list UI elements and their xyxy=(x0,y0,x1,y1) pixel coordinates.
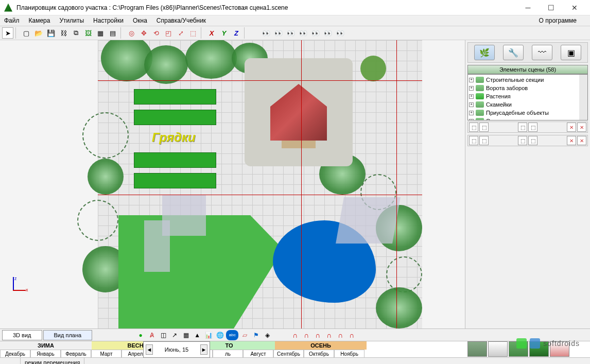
maximize-button[interactable]: ☐ xyxy=(540,1,563,15)
garden-bed[interactable] xyxy=(134,152,216,168)
month[interactable]: Октябрь xyxy=(304,350,334,358)
icon-chart[interactable]: 📊 xyxy=(203,330,214,340)
mini-btn[interactable]: ✕ xyxy=(577,136,586,145)
tool-binoc5[interactable]: 👀 xyxy=(310,27,321,39)
tab-3dview[interactable]: 3D вид xyxy=(2,330,42,340)
tree[interactable] xyxy=(376,287,422,328)
house[interactable] xyxy=(245,58,353,166)
icon-box[interactable]: ▱ xyxy=(239,330,250,340)
canvas-scene[interactable]: Грядки xyxy=(98,40,422,328)
magnet-icon[interactable]: ∩ xyxy=(313,330,323,340)
icon-globe[interactable]: 🌐 xyxy=(215,330,225,340)
month[interactable]: Ноябрь xyxy=(334,350,365,358)
tool-new[interactable]: ▢ xyxy=(21,27,32,39)
tab-curve[interactable]: 〰 xyxy=(532,45,552,60)
path-area[interactable] xyxy=(336,197,401,244)
minimize-button[interactable]: ─ xyxy=(516,1,540,15)
tree[interactable] xyxy=(144,45,188,84)
scene-tree[interactable]: +Строительные секции +Ворота заборов +Ра… xyxy=(467,74,588,120)
tree-item[interactable]: +Столы xyxy=(469,117,586,120)
garden-bed[interactable] xyxy=(134,89,216,105)
icon-grid[interactable]: ▦ xyxy=(181,330,191,340)
tool-move[interactable]: ✥ xyxy=(138,27,149,39)
path-area[interactable] xyxy=(144,220,170,272)
month[interactable]: Август xyxy=(243,350,273,358)
menu-help[interactable]: Справка/Учебник xyxy=(157,17,206,24)
month[interactable]: Декабрь xyxy=(0,350,30,358)
tool-scale[interactable]: ◰ xyxy=(163,27,174,39)
tool-rotate[interactable]: ⟲ xyxy=(150,27,162,39)
close-button[interactable]: ✕ xyxy=(563,1,586,15)
menu-about[interactable]: О программе xyxy=(539,17,577,24)
axis-z-button[interactable]: Z xyxy=(231,27,242,39)
scrollbar[interactable] xyxy=(579,75,587,120)
mini-btn[interactable]: ⬚ xyxy=(528,123,537,132)
date-control[interactable]: ◄ Июнь, 15 ► xyxy=(143,341,210,358)
tree[interactable] xyxy=(88,159,124,195)
season-winter[interactable]: ЗИМА xyxy=(0,341,92,350)
tab-planview[interactable]: Вид плана xyxy=(43,330,93,340)
season-autumn[interactable]: ОСЕНЬ xyxy=(275,341,367,350)
tab-box[interactable]: ▣ xyxy=(561,45,581,60)
thumb[interactable] xyxy=(467,341,487,357)
guide-horizontal[interactable] xyxy=(98,80,422,81)
month[interactable]: Февраль xyxy=(61,350,91,358)
guide-vertical[interactable] xyxy=(396,40,397,328)
tree-item[interactable]: +Скамейки xyxy=(469,100,586,109)
tool-binoc7[interactable]: 👀 xyxy=(335,27,346,39)
tool-image[interactable]: 🖼 xyxy=(82,27,94,39)
tool-binoc3[interactable]: 👀 xyxy=(285,27,297,39)
tool-paint[interactable]: ⬚ xyxy=(187,27,199,39)
icon-square[interactable]: ◫ xyxy=(158,330,168,340)
icon-tag[interactable]: ◈ xyxy=(262,330,272,340)
icon-tree[interactable]: ▲ xyxy=(192,330,202,340)
tool-pointer[interactable]: ➤ xyxy=(2,27,13,39)
magnet-icon[interactable]: ∩ xyxy=(290,330,300,340)
tool-binoc2[interactable]: 👀 xyxy=(273,27,284,39)
tool-save[interactable]: 💾 xyxy=(45,27,57,39)
mini-btn[interactable]: ⬚ xyxy=(469,123,478,132)
tree[interactable] xyxy=(360,56,386,81)
tree-item[interactable]: +Растения xyxy=(469,92,586,100)
tree-item[interactable]: +Строительные секции xyxy=(469,76,586,84)
tool-tree-icon[interactable]: ▦ xyxy=(95,27,106,39)
tab-plants[interactable]: 🌿 xyxy=(474,45,495,60)
icon-dot[interactable]: ● xyxy=(135,330,146,340)
bush[interactable] xyxy=(386,256,422,292)
bush[interactable] xyxy=(82,112,129,159)
menu-windows[interactable]: Окна xyxy=(133,17,147,24)
magnet-icon[interactable]: ∩ xyxy=(346,330,357,340)
month[interactable]: Январь xyxy=(30,350,61,358)
garden-bed[interactable] xyxy=(134,110,216,125)
mini-btn[interactable]: ⬚ xyxy=(479,136,489,145)
guide-vertical[interactable] xyxy=(301,40,302,328)
mini-btn[interactable]: ⬚ xyxy=(479,123,489,132)
date-prev[interactable]: ◄ xyxy=(146,344,153,355)
tool-target[interactable]: ◎ xyxy=(126,27,137,39)
month[interactable]: ль xyxy=(213,350,243,358)
tool-binoc4[interactable]: 👀 xyxy=(298,27,309,39)
mini-btn[interactable]: ⬚ xyxy=(518,136,527,145)
tool-copy[interactable]: ⧉ xyxy=(70,27,81,39)
garden-bed[interactable] xyxy=(134,173,216,188)
axis-x-button[interactable]: X xyxy=(206,27,217,39)
tool-binoc6[interactable]: 👀 xyxy=(322,27,334,39)
tool-resize[interactable]: ⤢ xyxy=(175,27,186,39)
menu-utils[interactable]: Утилиты xyxy=(59,17,84,24)
tool-link[interactable]: ⛓ xyxy=(58,27,69,39)
mini-btn[interactable]: ⬚ xyxy=(518,123,527,132)
month[interactable]: Март xyxy=(91,350,122,358)
icon-text[interactable]: A̷ xyxy=(147,330,157,340)
viewport[interactable]: Грядки z x xyxy=(0,40,465,328)
icon-abc[interactable]: abc xyxy=(226,330,238,340)
tool-grid-icon[interactable]: ▤ xyxy=(107,27,118,39)
guide-horizontal[interactable] xyxy=(98,195,422,195)
date-next[interactable]: ► xyxy=(200,344,207,355)
tab-measure[interactable]: 🔧 xyxy=(503,45,524,60)
icon-flag[interactable]: ⚑ xyxy=(251,330,261,340)
icon-measure[interactable]: ↗ xyxy=(169,330,180,340)
magnet-icon[interactable]: ∩ xyxy=(335,330,345,340)
bush[interactable] xyxy=(77,200,118,241)
tool-binoc1[interactable]: 👀 xyxy=(261,27,272,39)
mini-btn[interactable]: ✕ xyxy=(567,136,576,145)
